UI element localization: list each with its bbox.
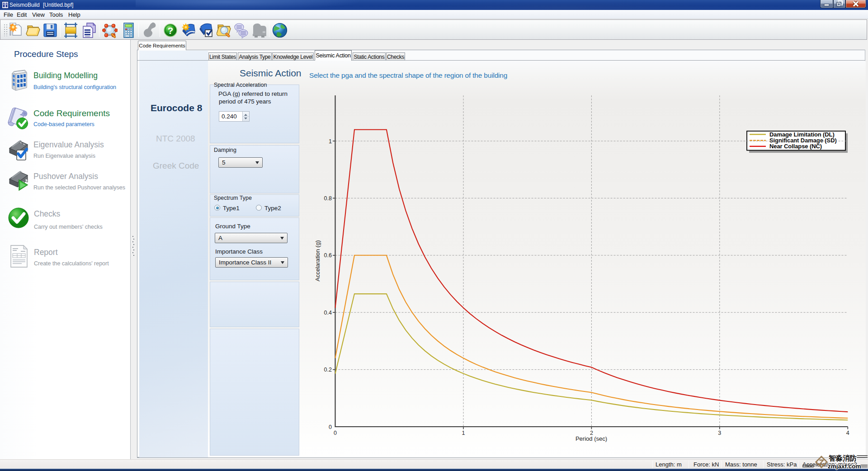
svg-text:Near Collapse (NC): Near Collapse (NC) [769, 143, 822, 150]
svg-text:zmjaxf.com: zmjaxf.com [828, 463, 861, 470]
svg-text:智淼消防: 智淼消防 [828, 454, 857, 462]
svg-text:0.8: 0.8 [324, 195, 332, 202]
svg-text:0.4: 0.4 [324, 310, 332, 316]
svg-text:4: 4 [846, 430, 849, 436]
svg-text:1: 1 [462, 430, 465, 436]
svg-text:0: 0 [334, 430, 337, 436]
svg-text:0.2: 0.2 [324, 367, 332, 373]
svg-text:Accelaration (g): Accelaration (g) [314, 240, 321, 281]
svg-text:1: 1 [329, 138, 332, 145]
svg-text:Period (sec): Period (sec) [576, 435, 607, 442]
svg-text:3: 3 [718, 430, 721, 436]
svg-text:?: ? [168, 25, 174, 36]
svg-text:0.6: 0.6 [324, 252, 332, 259]
svg-text:0: 0 [329, 424, 332, 430]
